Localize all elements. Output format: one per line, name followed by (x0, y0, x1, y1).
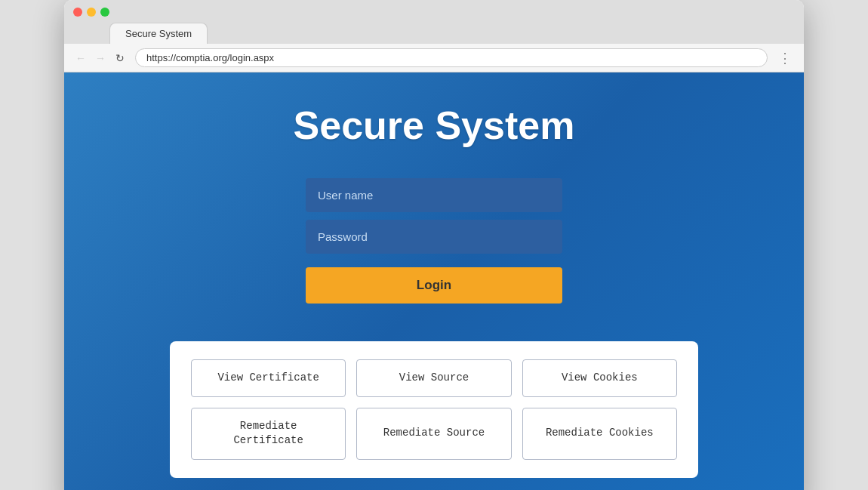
nav-buttons: ← → ↻ (73, 51, 128, 66)
refresh-button[interactable]: ↻ (112, 51, 128, 66)
page-title: Secure System (294, 103, 575, 148)
back-button[interactable]: ← (73, 51, 88, 66)
password-input[interactable] (306, 220, 562, 254)
traffic-lights (73, 8, 109, 17)
tab-bar: Secure System (64, 23, 804, 44)
address-bar-row: ← → ↻ ⋮ (64, 44, 804, 72)
tools-panel: View Certificate View Source View Cookie… (170, 341, 698, 478)
browser-window: Secure System ← → ↻ ⋮ Secure System Logi… (64, 0, 804, 490)
maximize-button[interactable] (100, 8, 109, 17)
login-button[interactable]: Login (306, 267, 562, 304)
remediate-certificate-button[interactable]: Remediate Certificate (191, 408, 346, 460)
address-bar-input[interactable] (135, 48, 768, 67)
view-source-button[interactable]: View Source (356, 359, 511, 397)
more-menu-button[interactable]: ⋮ (775, 50, 795, 66)
view-cookies-button[interactable]: View Cookies (522, 359, 677, 397)
login-form: Login (306, 178, 562, 304)
close-button[interactable] (73, 8, 82, 17)
remediate-source-button[interactable]: Remediate Source (356, 408, 511, 460)
minimize-button[interactable] (87, 8, 96, 17)
forward-button[interactable]: → (93, 51, 108, 66)
username-input[interactable] (306, 178, 562, 212)
view-certificate-button[interactable]: View Certificate (191, 359, 346, 397)
tab-title: Secure System (125, 28, 192, 39)
page-content: Secure System Login View Certificate Vie… (64, 72, 804, 490)
remediate-cookies-button[interactable]: Remediate Cookies (522, 408, 677, 460)
active-tab[interactable]: Secure System (109, 23, 208, 44)
title-bar (64, 0, 804, 23)
